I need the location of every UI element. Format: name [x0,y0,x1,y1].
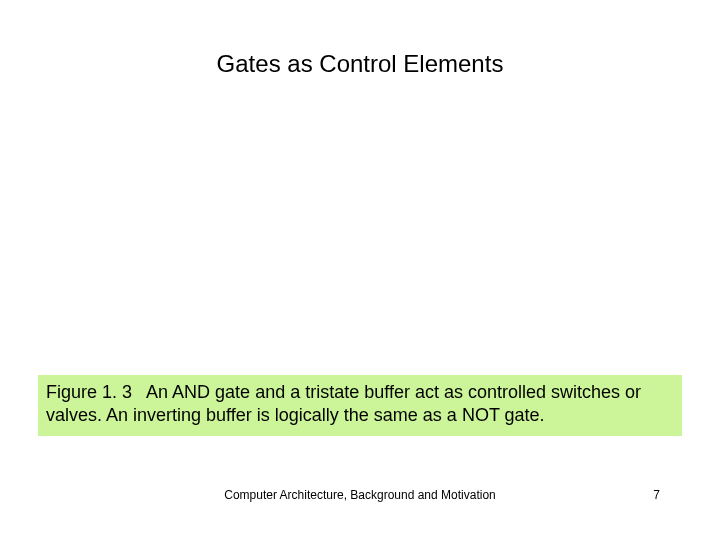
figure-caption-text: An AND gate and a tristate buffer act as… [46,382,641,425]
figure-label: Figure 1. 3 [46,382,132,402]
footer-text: Computer Architecture, Background and Mo… [0,488,720,502]
page-number: 7 [653,488,660,502]
figure-caption-box: Figure 1. 3 An AND gate and a tristate b… [38,375,682,436]
slide-title: Gates as Control Elements [0,50,720,78]
